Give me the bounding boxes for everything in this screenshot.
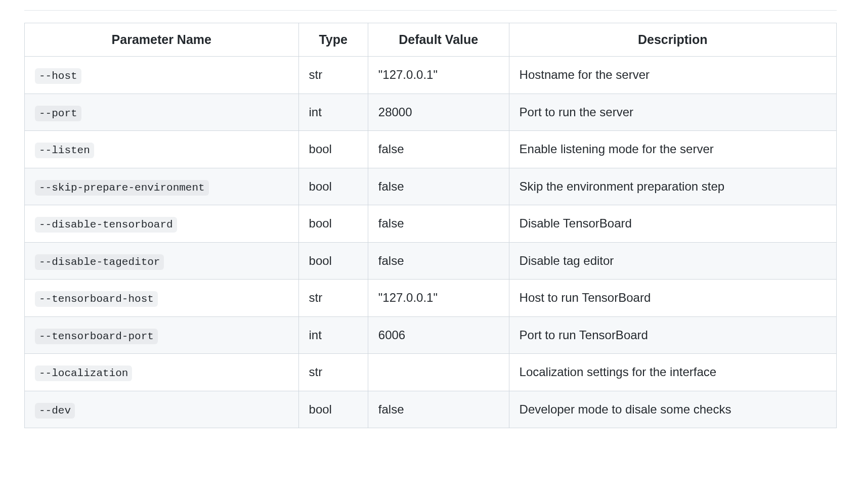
table-row: --tensorboard-hoststr"127.0.0.1"Host to … [25,280,837,317]
cell-parameter-name: --dev [25,391,299,428]
cell-description: Port to run TensorBoard [509,316,836,354]
cell-type: int [298,94,368,131]
parameter-code: --tensorboard-port [35,329,158,344]
table-row: --disable-tageditorboolfalseDisable tag … [25,242,837,280]
parameter-code: --disable-tageditor [35,254,164,270]
cell-description: Hostname for the server [509,57,836,94]
parameters-table: Parameter Name Type Default Value Descri… [24,23,837,428]
parameter-code: --dev [35,403,75,419]
header-description: Description [509,23,836,57]
table-row: --skip-prepare-environmentboolfalseSkip … [25,168,837,205]
table-row: --devboolfalseDeveloper mode to disale s… [25,391,837,428]
cell-type: bool [298,168,368,205]
cell-description: Disable TensorBoard [509,205,836,243]
cell-parameter-name: --listen [25,131,299,168]
parameter-code: --host [35,68,81,84]
table-header: Parameter Name Type Default Value Descri… [25,23,837,57]
cell-type: bool [298,205,368,243]
cell-parameter-name: --tensorboard-host [25,280,299,317]
cell-default-value: false [368,205,509,243]
cell-default-value: false [368,131,509,168]
cell-default-value: false [368,168,509,205]
cell-type: str [298,354,368,391]
parameter-code: --tensorboard-host [35,291,158,307]
cell-default-value: 6006 [368,316,509,354]
page-container: Parameter Name Type Default Value Descri… [0,0,861,448]
cell-type: str [298,280,368,317]
cell-default-value: 28000 [368,94,509,131]
parameter-code: --disable-tensorboard [35,217,177,233]
cell-description: Localization settings for the interface [509,354,836,391]
cell-parameter-name: --disable-tensorboard [25,205,299,243]
table-row: --hoststr"127.0.0.1"Hostname for the ser… [25,57,837,94]
parameter-code: --listen [35,143,94,158]
cell-type: int [298,316,368,354]
cell-type: bool [298,242,368,280]
cell-parameter-name: --skip-prepare-environment [25,168,299,205]
cell-parameter-name: --tensorboard-port [25,316,299,354]
header-default-value: Default Value [368,23,509,57]
cell-description: Port to run the server [509,94,836,131]
cell-parameter-name: --localization [25,354,299,391]
cell-type: bool [298,131,368,168]
table-header-row: Parameter Name Type Default Value Descri… [25,23,837,57]
table-row: --portint28000Port to run the server [25,94,837,131]
cell-type: bool [298,391,368,428]
cell-type: str [298,57,368,94]
cell-parameter-name: --port [25,94,299,131]
header-parameter-name: Parameter Name [25,23,299,57]
header-type: Type [298,23,368,57]
cell-default-value: false [368,242,509,280]
cell-description: Host to run TensorBoard [509,280,836,317]
cell-default-value: "127.0.0.1" [368,280,509,317]
cell-parameter-name: --disable-tageditor [25,242,299,280]
parameter-code: --skip-prepare-environment [35,180,209,196]
cell-parameter-name: --host [25,57,299,94]
cell-description: Developer mode to disale some checks [509,391,836,428]
cell-default-value: "127.0.0.1" [368,57,509,94]
table-body: --hoststr"127.0.0.1"Hostname for the ser… [25,57,837,428]
table-row: --tensorboard-portint6006Port to run Ten… [25,316,837,354]
cell-description: Enable listening mode for the server [509,131,836,168]
cell-description: Skip the environment preparation step [509,168,836,205]
table-row: --listenboolfalseEnable listening mode f… [25,131,837,168]
cell-default-value [368,354,509,391]
parameter-code: --localization [35,365,132,381]
parameter-code: --port [35,106,81,121]
cell-description: Disable tag editor [509,242,836,280]
cell-default-value: false [368,391,509,428]
table-row: --disable-tensorboardboolfalseDisable Te… [25,205,837,243]
top-divider [24,10,837,11]
table-row: --localizationstrLocalization settings f… [25,354,837,391]
